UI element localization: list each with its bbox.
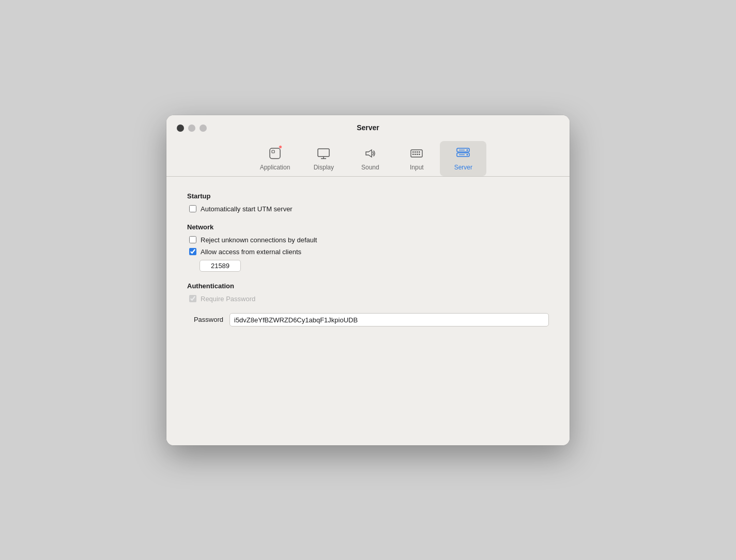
- svg-rect-12: [415, 153, 416, 155]
- window: Server Application: [166, 115, 570, 445]
- authentication-title: Authentication: [187, 282, 549, 290]
- svg-point-18: [467, 154, 468, 155]
- tab-input[interactable]: Input: [393, 141, 440, 176]
- tab-input-label: Input: [410, 164, 424, 171]
- maximize-button[interactable]: [200, 125, 207, 132]
- password-row: Password: [187, 313, 549, 326]
- traffic-lights: [177, 125, 207, 132]
- tab-server[interactable]: Server: [440, 141, 486, 176]
- tab-application[interactable]: Application: [250, 141, 301, 176]
- titlebar: Server Application: [166, 115, 570, 176]
- allow-access-row: Allow access from external clients: [189, 248, 549, 256]
- authentication-section: Authentication Require Password: [187, 282, 549, 303]
- application-icon: [267, 145, 283, 162]
- require-password-label[interactable]: Require Password: [201, 295, 255, 303]
- tab-application-label: Application: [260, 164, 290, 171]
- svg-rect-8: [415, 151, 416, 153]
- startup-section: Startup Automatically start UTM server: [187, 192, 549, 213]
- require-password-row: Require Password: [189, 295, 549, 303]
- svg-rect-0: [270, 148, 280, 159]
- network-section: Network Reject unknown connections by de…: [187, 223, 549, 272]
- input-icon: [408, 145, 425, 162]
- svg-point-17: [467, 149, 468, 151]
- port-input-row: [200, 260, 549, 272]
- tab-sound[interactable]: Sound: [347, 141, 393, 176]
- auto-start-label[interactable]: Automatically start UTM server: [201, 205, 293, 213]
- allow-access-checkbox[interactable]: [189, 248, 196, 255]
- auto-start-row: Automatically start UTM server: [189, 205, 549, 213]
- svg-rect-1: [272, 150, 274, 153]
- svg-marker-5: [366, 150, 372, 157]
- svg-rect-11: [412, 153, 414, 155]
- server-icon: [455, 145, 471, 162]
- reject-unknown-row: Reject unknown connections by default: [189, 236, 549, 244]
- require-password-checkbox[interactable]: [189, 295, 196, 302]
- svg-rect-10: [419, 151, 420, 153]
- display-icon: [315, 145, 332, 162]
- badge-dot: [279, 145, 282, 149]
- auto-start-checkbox[interactable]: [189, 205, 196, 212]
- svg-rect-13: [417, 153, 418, 155]
- tab-sound-label: Sound: [361, 164, 379, 171]
- tab-server-label: Server: [454, 164, 472, 171]
- startup-title: Startup: [187, 192, 549, 200]
- close-button[interactable]: [177, 125, 184, 132]
- port-field[interactable]: [200, 260, 241, 272]
- minimize-button[interactable]: [188, 125, 195, 132]
- sound-icon: [362, 145, 378, 162]
- svg-rect-9: [417, 151, 418, 153]
- tab-display[interactable]: Display: [300, 141, 347, 176]
- window-title: Server: [357, 123, 379, 138]
- tab-display-label: Display: [314, 164, 334, 171]
- password-label: Password: [187, 316, 223, 323]
- allow-access-label[interactable]: Allow access from external clients: [201, 248, 301, 256]
- svg-rect-14: [419, 153, 420, 155]
- reject-unknown-checkbox[interactable]: [189, 236, 196, 243]
- network-title: Network: [187, 223, 549, 231]
- svg-rect-6: [411, 150, 422, 157]
- svg-rect-7: [412, 151, 414, 153]
- content-area: Startup Automatically start UTM server N…: [166, 177, 570, 445]
- password-field-wrapper: [229, 313, 549, 326]
- reject-unknown-label[interactable]: Reject unknown connections by default: [201, 236, 317, 244]
- password-input[interactable]: [234, 316, 544, 324]
- toolbar: Application Display: [250, 138, 487, 176]
- svg-rect-2: [318, 149, 329, 157]
